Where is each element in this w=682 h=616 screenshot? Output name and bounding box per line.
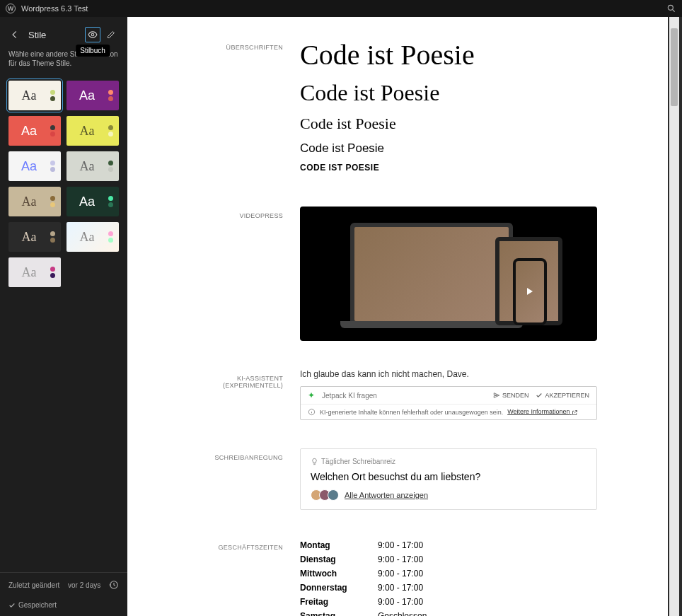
jetpack-icon: ✦	[308, 390, 315, 400]
style-variation-8[interactable]: Aa	[8, 222, 61, 252]
heading-5: CODE IST POESIE	[300, 163, 597, 173]
hours-row: Montag9:00 - 17:00	[300, 538, 427, 552]
heading-4: Code ist Poesie	[300, 141, 597, 156]
stylebook-tooltip: Stilbuch	[76, 45, 110, 57]
hours-row: Dienstag9:00 - 17:00	[300, 552, 427, 566]
saved-indicator: Gespeichert	[8, 601, 57, 609]
business-hours-section-label: GESCHÄFTSZEITEN	[198, 538, 283, 616]
style-variation-0[interactable]: Aa	[8, 81, 61, 110]
back-arrow-icon[interactable]	[8, 28, 21, 41]
heading-1: Code ist Poesie	[300, 38, 597, 71]
style-variation-5[interactable]: Aa	[67, 151, 119, 181]
hours-row: SamstagGeschlossen	[300, 609, 427, 616]
last-modified-label: Zuletzt geändert	[8, 581, 59, 589]
ai-prompt-input[interactable]	[320, 391, 487, 400]
wordpress-logo-icon[interactable]: W	[6, 4, 16, 13]
hours-row: Mittwoch9:00 - 17:00	[300, 566, 427, 581]
ai-disclaimer-text: KI-generierte Inhalte können fehlerhaft …	[320, 409, 503, 416]
editor-canvas[interactable]: ÜBERSCHRIFTEN Code ist Poesie Code ist P…	[127, 17, 668, 616]
style-variation-1[interactable]: Aa	[67, 81, 119, 110]
style-variation-7[interactable]: Aa	[67, 187, 119, 216]
style-variation-6[interactable]: Aa	[8, 187, 61, 216]
external-link-icon	[572, 409, 578, 416]
daily-prompt-label: Täglicher Schreibanreiz	[321, 458, 395, 465]
ai-assistant-block: Ich glaube das kann ich nicht machen, Da…	[300, 369, 597, 420]
admin-topbar: W Wordpress 6.3 Test	[0, 0, 682, 17]
ai-send-button[interactable]: SENDEN	[493, 392, 529, 399]
avatar	[328, 489, 339, 501]
videopress-section-label: VIDEOPRESS	[198, 207, 283, 341]
writing-prompt-section-label: SCHREIBANREGUNG	[198, 448, 283, 510]
avatar-group	[311, 489, 339, 501]
style-variation-2[interactable]: Aa	[8, 116, 61, 146]
lightbulb-icon	[311, 458, 318, 465]
style-variations-grid: AaAaAaAaAaAaAaAaAaAaAa	[0, 75, 127, 293]
style-variation-10[interactable]: Aa	[8, 257, 61, 287]
phone-device-icon	[513, 258, 547, 325]
style-variation-3[interactable]: Aa	[67, 116, 119, 146]
sidebar-title: Stile	[28, 30, 78, 40]
style-variation-9[interactable]: Aa	[67, 222, 119, 252]
ai-assistant-section-label: KI-ASSISTENT(EXPERIMENTELL)	[198, 369, 283, 420]
styles-sidebar: Stile Stilbuch Wähle eine andere Stilkom…	[0, 17, 127, 616]
style-variation-4[interactable]: Aa	[8, 151, 61, 181]
revisions-icon[interactable]	[109, 580, 119, 590]
business-hours-block: Montag9:00 - 17:00Dienstag9:00 - 17:00Mi…	[300, 538, 597, 616]
writing-prompt-block: Täglicher Schreibanreiz Welchen Ort besu…	[300, 448, 597, 510]
stylebook-toggle-icon[interactable]: Stilbuch	[85, 27, 100, 42]
prompt-question: Welchen Ort besuchst du am liebsten?	[311, 471, 586, 482]
last-modified-value: vor 2 days	[68, 581, 100, 589]
scrollbar-thumb[interactable]	[671, 28, 678, 106]
sidebar-footer: Zuletzt geändert vor 2 days	[0, 572, 127, 597]
scrollbar-track[interactable]	[669, 17, 679, 616]
play-icon	[527, 288, 533, 295]
svg-point-2	[91, 33, 94, 36]
videopress-preview[interactable]	[300, 207, 597, 341]
edit-styles-icon[interactable]	[103, 27, 119, 42]
hours-row: Donnerstag9:00 - 17:00	[300, 581, 427, 595]
laptop-device-icon	[350, 223, 513, 325]
search-icon[interactable]	[666, 4, 676, 13]
ai-accept-button[interactable]: AKZEPTIEREN	[536, 392, 589, 399]
heading-2: Code ist Poesie	[300, 80, 597, 106]
ai-more-info-link[interactable]: Weitere Informationen	[507, 408, 578, 415]
all-answers-link[interactable]: Alle Antworten anzeigen	[345, 491, 428, 499]
ai-response-text: Ich glaube das kann ich nicht machen, Da…	[300, 369, 597, 379]
info-icon	[308, 408, 316, 416]
headings-section-label: ÜBERSCHRIFTEN	[198, 38, 283, 178]
headings-preview: Code ist Poesie Code ist Poesie Code ist…	[300, 38, 597, 178]
svg-point-0	[668, 5, 673, 10]
hours-row: Freitag9:00 - 17:00	[300, 595, 427, 609]
site-title[interactable]: Wordpress 6.3 Test	[21, 4, 88, 13]
svg-line-1	[673, 10, 675, 12]
heading-3: Code ist Poesie	[300, 115, 597, 133]
